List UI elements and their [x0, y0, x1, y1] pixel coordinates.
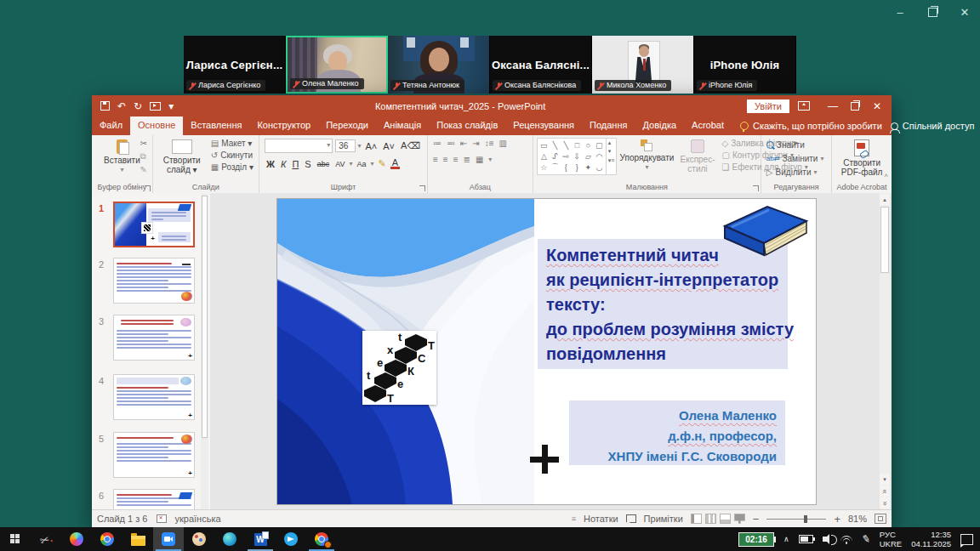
collapse-ribbon-icon[interactable]: ˄: [884, 172, 888, 179]
wifi-icon[interactable]: [840, 536, 852, 543]
text-direction-icon[interactable]: ▥: [499, 139, 507, 148]
pen-icon[interactable]: ✎: [861, 532, 871, 546]
speaker-icon[interactable]: [823, 537, 828, 542]
thumbnail-slide-3[interactable]: 3 +: [92, 315, 210, 366]
strikethrough-button[interactable]: abc: [316, 160, 332, 168]
tab-design[interactable]: Конструктор: [249, 116, 318, 135]
align-center-icon[interactable]: ≡: [443, 155, 448, 164]
tab-acrobat[interactable]: Acrobat: [684, 116, 732, 135]
thumbnail-slide-5[interactable]: 5 +: [92, 432, 210, 483]
section-button[interactable]: ▦Розділ ▾: [209, 162, 255, 173]
save-icon[interactable]: [100, 101, 110, 111]
start-slideshow-icon[interactable]: [150, 102, 161, 111]
create-pdf-button[interactable]: Створити PDF-файл: [835, 138, 888, 179]
taskbar-chrome-profile-active[interactable]: [306, 527, 337, 551]
thumbnail-slide-2[interactable]: 2: [92, 258, 210, 309]
zoom-in-icon[interactable]: +: [834, 513, 840, 525]
zoom-out-icon[interactable]: −: [753, 513, 760, 525]
quick-styles-button[interactable]: Експрес-стилі: [676, 138, 718, 175]
underline-button[interactable]: П: [290, 159, 300, 169]
show-hidden-icons[interactable]: ∧: [783, 535, 789, 543]
tell-me-box[interactable]: Скажіть, що потрібно зробити: [732, 116, 891, 135]
thumbnail-slide-1[interactable]: 1 +: [92, 202, 210, 253]
share-button[interactable]: Спільний доступ: [891, 116, 980, 135]
ribbon-display-options-icon[interactable]: [798, 101, 810, 111]
align-left-icon[interactable]: ≡: [433, 155, 438, 164]
slide-scrollbar[interactable]: ▴ ▾ « «: [880, 193, 890, 510]
find-button[interactable]: Знайти: [765, 139, 828, 151]
dialog-launcher-icon[interactable]: [753, 185, 759, 191]
recording-timer[interactable]: 02:16: [738, 532, 774, 547]
taskbar-clock[interactable]: 12:35 04.11.2025: [911, 530, 951, 548]
fit-slide-icon[interactable]: [875, 514, 886, 524]
columns-icon[interactable]: ▦: [476, 155, 483, 164]
thumbnails-scrollbar[interactable]: [201, 194, 208, 509]
notes-button[interactable]: Нотатки: [584, 514, 618, 524]
shadow-button[interactable]: S: [303, 159, 312, 169]
scrollbar-thumb[interactable]: [202, 196, 208, 438]
dialog-launcher-icon[interactable]: [419, 185, 425, 191]
font-size-input[interactable]: 36: [335, 139, 355, 152]
zoom-percentage[interactable]: 81%: [848, 514, 867, 524]
sign-in-button[interactable]: Увійти: [747, 99, 789, 113]
font-name-input[interactable]: ▾: [265, 139, 333, 153]
new-slide-button[interactable]: Створити слайд ▾: [157, 138, 208, 176]
highlight-button[interactable]: ✎: [377, 158, 388, 169]
tab-file[interactable]: Файл: [92, 116, 130, 135]
undo-icon[interactable]: ↶: [117, 101, 126, 111]
tab-insert[interactable]: Вставлення: [183, 116, 249, 135]
participant-tile-active[interactable]: Олена Маленко: [286, 36, 388, 94]
book-clipart[interactable]: [718, 201, 813, 267]
shapes-gallery[interactable]: ▭╲╲□○▢ △ᔑ⇨⇩▱◠ ☆⌒{}✦◡: [537, 138, 607, 175]
grow-font-icon[interactable]: A˄: [364, 141, 379, 151]
tab-review[interactable]: Рецензування: [505, 116, 582, 135]
italic-button[interactable]: К: [279, 159, 288, 169]
layout-button[interactable]: ▤Макет ▾: [209, 138, 255, 149]
previous-slide-icon[interactable]: «: [880, 486, 890, 497]
language-switcher[interactable]: РУС UKRE: [880, 530, 902, 548]
dialog-launcher-icon[interactable]: [145, 185, 151, 191]
slide-author-textbox[interactable]: Олена Маленко д.ф.н, професор, ХНПУ імен…: [569, 400, 785, 465]
close-button[interactable]: ✕: [866, 95, 888, 116]
tab-animations[interactable]: Анімація: [376, 116, 429, 135]
decrease-indent-icon[interactable]: ⇤: [460, 139, 467, 148]
scrollbar-thumb[interactable]: [880, 207, 889, 273]
select-button[interactable]: ▷Виділити▾: [765, 167, 828, 178]
thumbnail-slide-4[interactable]: 4 +: [92, 374, 210, 425]
arrange-button[interactable]: Упорядкувати▾: [617, 138, 676, 175]
participant-tile[interactable]: Микола Хоменко: [592, 36, 694, 94]
taskbar-telegram[interactable]: [276, 527, 306, 551]
slideshow-icon[interactable]: [734, 514, 745, 524]
zoom-minimize-icon[interactable]: –: [893, 5, 907, 19]
character-spacing-button[interactable]: AV: [333, 160, 346, 168]
text-staircase-logo[interactable]: t Т x С e К t е Т: [362, 331, 436, 405]
spellcheck-icon[interactable]: [157, 514, 167, 523]
line-spacing-icon[interactable]: ↕≡: [485, 139, 494, 148]
align-right-icon[interactable]: ≡: [453, 155, 459, 164]
taskbar-copilot[interactable]: [61, 527, 92, 551]
reset-button[interactable]: ↺Скинути: [209, 150, 255, 161]
scroll-up-icon[interactable]: ▴: [880, 194, 890, 205]
reading-view-icon[interactable]: [720, 514, 731, 524]
tab-slideshow[interactable]: Показ слайдів: [429, 116, 505, 135]
zoom-slider-thumb[interactable]: [804, 515, 807, 523]
bullets-icon[interactable]: ≔: [433, 139, 442, 148]
taskbar-file-explorer[interactable]: [122, 527, 153, 551]
action-center-icon[interactable]: [960, 534, 973, 545]
tab-help[interactable]: Довідка: [635, 116, 684, 135]
taskbar-paint[interactable]: [184, 527, 214, 551]
format-painter-icon[interactable]: ✎: [140, 165, 146, 174]
font-color-button[interactable]: А: [390, 158, 400, 169]
numbering-icon[interactable]: ≕: [447, 139, 455, 148]
copy-icon[interactable]: ⧉: [140, 151, 146, 162]
slide-canvas[interactable]: Компетентний читач як реципієнт-інтерпре…: [276, 198, 817, 505]
tab-home[interactable]: Основне: [130, 116, 183, 135]
next-slide-icon[interactable]: «: [880, 497, 890, 508]
cut-icon[interactable]: ✂: [140, 139, 146, 148]
taskbar-chrome[interactable]: [92, 527, 122, 551]
taskbar-snipping-tool[interactable]: ✂.: [31, 527, 61, 551]
restore-button[interactable]: [844, 95, 866, 116]
redo-icon[interactable]: ↻: [134, 101, 142, 111]
replace-button[interactable]: ab⇄Замінити▾: [765, 153, 828, 164]
bold-button[interactable]: Ж: [265, 159, 276, 169]
